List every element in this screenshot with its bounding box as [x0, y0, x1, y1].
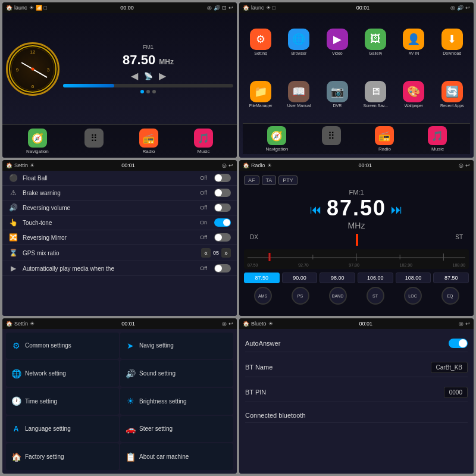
music-label: Music — [198, 149, 210, 154]
radio-next-btn[interactable]: ▶ — [159, 70, 166, 82]
settings-menu-body: ⚙ Common settings ➤ Navig setting 🌐 Netw… — [2, 329, 237, 474]
radio-body: AF TA PTY ⏮ FM:1 87.50 MHz ⏭ DX ST — [239, 171, 474, 315]
home-icon4: 🏠 — [243, 162, 249, 168]
video-label: Video — [332, 51, 343, 55]
music-app2[interactable]: 🎵 Music — [428, 126, 447, 152]
app-gallery[interactable]: 🖼 Gallery — [358, 17, 393, 67]
preset-3[interactable]: 98.00 — [320, 273, 355, 283]
floatball-toggle[interactable] — [214, 174, 231, 182]
screensaver-label: Screen Sav... — [363, 104, 388, 108]
radio-btn-loc[interactable]: LOC — [404, 287, 422, 305]
radio-tag-af[interactable]: AF — [244, 176, 259, 185]
radio-dot-2[interactable] — [146, 90, 150, 93]
app-wallpaper[interactable]: 🎨 Wallpaper — [396, 70, 431, 120]
menu-time-setting[interactable]: 🕐 Time setting — [6, 388, 119, 415]
radio-prev-btn[interactable]: ◀ — [131, 70, 138, 82]
radio-btn-ps[interactable]: PS — [292, 287, 309, 305]
menu-language-setting[interactable]: A Language setting — [6, 416, 119, 443]
app-browser[interactable]: 🌐 Browser — [281, 17, 317, 67]
panel-settings-menu: 🏠 Settin ☀ 00:01 ◎ ↩ ⚙ Common settings ➤… — [2, 318, 237, 474]
menu-sound-setting[interactable]: 🔊 Sound setting — [120, 360, 233, 387]
back-icon4[interactable]: ↩ — [465, 162, 470, 168]
topbar-settings-menu-right: ◎ ↩ — [222, 321, 233, 327]
reversemirror-label: Reversing Mirror — [23, 234, 195, 241]
app-recentapps[interactable]: 🔄 Recent Apps — [434, 70, 470, 120]
gps-decrement[interactable]: « — [201, 248, 211, 258]
radio-tag-ta[interactable]: TA — [262, 176, 277, 185]
brake-toggle[interactable] — [214, 189, 231, 197]
back-icon6[interactable]: ↩ — [465, 321, 470, 327]
menu-navig-setting[interactable]: ➤ Navig setting — [120, 333, 233, 359]
panel-appgrid: 🏠 launc ☀ □ 00:01 ◎ 🔊 ↩ ⚙ Setting 🌐 Brow… — [239, 2, 474, 158]
radio-tuning-scale: 87.50 92.70 97.80 102.90 108.00 — [244, 249, 469, 269]
btname-value: CarBt_KB — [431, 362, 468, 373]
preset-6[interactable]: 87.50 — [433, 273, 469, 283]
volume-icon2: 🔊 — [457, 5, 464, 11]
back-icon5[interactable]: ↩ — [228, 321, 233, 327]
radio-app[interactable]: 📻 Radio — [139, 129, 158, 154]
app-setting[interactable]: ⚙ Setting — [243, 17, 278, 67]
preset-5[interactable]: 108.00 — [396, 273, 431, 283]
preset-4[interactable]: 106.00 — [358, 273, 393, 283]
back-icon[interactable]: ↩ — [228, 5, 233, 11]
wallpaper-label: Wallpaper — [405, 104, 423, 108]
radio-seek-prev[interactable]: ⏮ — [310, 203, 322, 217]
menu-about-car[interactable]: 📋 About car machine — [120, 443, 233, 470]
settings-list: ⚫ Float Ball Off ⚠ Brake warning Off 🔊 R… — [2, 171, 237, 315]
menu-common-settings[interactable]: ⚙ Common settings — [6, 333, 119, 359]
music-app[interactable]: 🎵 Music — [194, 129, 213, 154]
topbar-home: 🏠 launc ☀ 📶 □ 00:00 ◎ 🔊 ⊡ ↩ — [2, 2, 237, 13]
factory-setting-label: Factory setting — [25, 453, 64, 460]
square-icon2: □ — [273, 5, 275, 11]
menu-brightness-setting[interactable]: ☀ Brightness setting — [120, 388, 233, 415]
menu-network-setting[interactable]: 🌐 Network setting — [6, 360, 119, 387]
download-icon: ⬇ — [441, 29, 463, 50]
nav-app2[interactable]: 🧭 Navigation — [266, 126, 289, 152]
grid-app[interactable]: ⠿ — [84, 129, 104, 154]
app-download[interactable]: ⬇ Download — [434, 17, 470, 67]
automedia-toggle[interactable] — [214, 264, 231, 273]
radio-app2[interactable]: 📻 Radio — [375, 126, 394, 152]
menu-factory-setting[interactable]: 🏠 Factory setting — [6, 443, 119, 470]
appgrid-bottom-bar: 🧭 Navigation ⠿ 📻 Radio 🎵 Music — [243, 123, 470, 154]
reversemirror-toggle[interactable] — [214, 233, 231, 242]
back-icon3[interactable]: ↩ — [228, 162, 233, 168]
nav-icon: 🧭 — [28, 129, 47, 148]
touchtone-toggle[interactable] — [214, 218, 231, 227]
preset-2[interactable]: 90.00 — [282, 273, 318, 283]
svg-text:6: 6 — [32, 84, 35, 89]
app-screensaver[interactable]: 🖥 Screen Sav... — [358, 70, 393, 120]
radio-main-freq: 87.50 — [327, 196, 386, 221]
app-filemanager[interactable]: 📁 FileManager — [243, 70, 278, 120]
reversemirror-value: Off — [200, 234, 207, 240]
radio-btn-eq[interactable]: EQ — [441, 287, 459, 305]
reversevol-label: Reversing volume — [23, 205, 195, 211]
autoanswer-toggle[interactable] — [449, 339, 468, 348]
back-icon2[interactable]: ↩ — [465, 5, 470, 11]
radio-tag-pty[interactable]: PTY — [278, 176, 298, 185]
topbar-home-app: launc — [14, 5, 27, 11]
network-setting-label: Network setting — [25, 370, 66, 377]
nav-app[interactable]: 🧭 Navigation — [26, 129, 49, 154]
music-icon: 🎵 — [194, 129, 213, 148]
app-avin[interactable]: 👤 AV IN — [396, 17, 431, 67]
preset-1[interactable]: 87.50 — [244, 273, 280, 283]
app-video[interactable]: ▶ Video — [320, 17, 355, 67]
menu-steer-setting[interactable]: 🚗 Steer setting — [120, 416, 233, 443]
topbar-appgrid: 🏠 launc ☀ □ 00:01 ◎ 🔊 ↩ — [239, 2, 474, 13]
radio-btn-ams[interactable]: AMS — [254, 287, 272, 305]
gps-increment[interactable]: » — [221, 248, 231, 258]
app-dvr[interactable]: 📷 DVR — [320, 70, 355, 120]
radio-seek-next[interactable]: ⏭ — [391, 203, 403, 217]
radio-dot-3[interactable] — [152, 90, 156, 93]
radio-signal-bar — [356, 234, 358, 246]
radio-btn-st[interactable]: ST — [367, 287, 384, 305]
radio-progress-bar — [63, 84, 233, 87]
app-manual[interactable]: 📖 User Manual — [281, 70, 317, 120]
sun-icon5: ☀ — [30, 321, 35, 327]
grid-app2[interactable]: ⠿ — [322, 126, 341, 152]
radio-dot-1[interactable] — [140, 90, 144, 93]
bt-row-autoanswer: AutoAnswer — [245, 335, 468, 352]
reversevol-toggle[interactable] — [214, 203, 231, 212]
radio-btn-band[interactable]: BAND — [329, 287, 347, 305]
